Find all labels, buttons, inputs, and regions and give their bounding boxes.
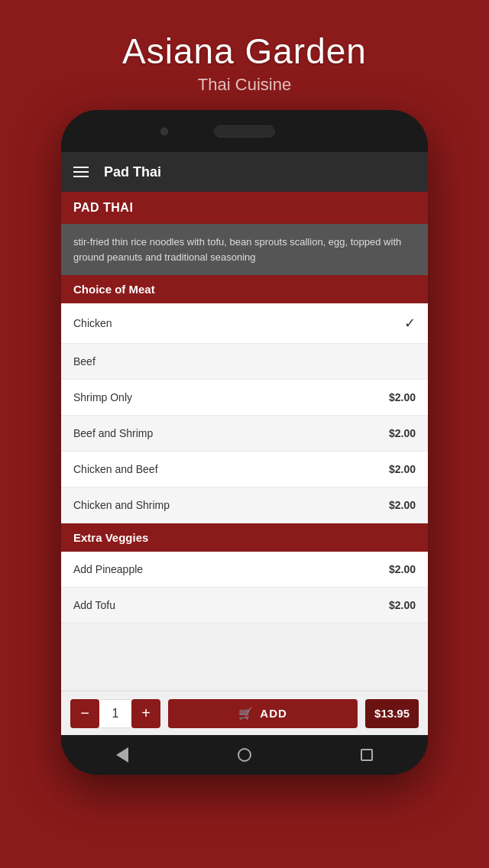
app-toolbar: Pad Thai — [61, 152, 428, 192]
item-description-text: stir-fried thin rice noodles with tofu, … — [73, 235, 416, 264]
option-chicken-beef-price: $2.00 — [389, 463, 416, 475]
meat-options-list: Chicken ✓ Beef Shrimp Only $2.00 Beef an… — [61, 303, 428, 523]
restaurant-header: Asiana Garden Thai Cuisine — [0, 0, 489, 110]
option-chicken-beef[interactable]: Chicken and Beef $2.00 — [61, 452, 428, 487]
home-button[interactable] — [229, 740, 260, 770]
option-pineapple-name: Add Pineapple — [73, 563, 143, 575]
option-chicken-name: Chicken — [73, 317, 112, 329]
option-pineapple[interactable]: Add Pineapple $2.00 — [61, 552, 428, 588]
recents-icon — [361, 749, 373, 761]
toolbar-title: Pad Thai — [104, 164, 161, 180]
add-button-label: ADD — [260, 707, 287, 720]
home-icon — [238, 748, 251, 762]
restaurant-name: Asiana Garden — [15, 31, 474, 72]
phone-shell: Pad Thai PAD THAI stir-fried thin rice n… — [61, 110, 428, 775]
recents-button[interactable] — [351, 740, 382, 770]
quantity-controls: − 1 + — [70, 699, 160, 728]
decrease-quantity-button[interactable]: − — [70, 699, 99, 728]
veggies-options-list: Add Pineapple $2.00 Add Tofu $2.00 — [61, 552, 428, 623]
menu-line-1 — [73, 167, 89, 168]
option-shrimp-only[interactable]: Shrimp Only $2.00 — [61, 380, 428, 416]
option-tofu-price: $2.00 — [389, 599, 416, 611]
item-total-price: $13.95 — [365, 699, 419, 728]
option-chicken-beef-name: Chicken and Beef — [73, 463, 158, 475]
scroll-content[interactable]: PAD THAI stir-fried thin rice noodles wi… — [61, 192, 428, 691]
option-beef-shrimp[interactable]: Beef and Shrimp $2.00 — [61, 416, 428, 452]
option-chicken-check: ✓ — [404, 315, 416, 332]
section-meat-title: Choice of Meat — [73, 283, 416, 296]
cuisine-type: Thai Cuisine — [15, 75, 474, 95]
option-shrimp-name: Shrimp Only — [73, 391, 132, 403]
menu-line-2 — [73, 171, 89, 173]
option-chicken-shrimp-price: $2.00 — [389, 499, 416, 511]
option-chicken-shrimp[interactable]: Chicken and Shrimp $2.00 — [61, 487, 428, 523]
option-beef-name: Beef — [73, 355, 96, 368]
section-header-veggies: Extra Veggies — [61, 523, 428, 552]
option-tofu[interactable]: Add Tofu $2.00 — [61, 588, 428, 623]
option-beef-shrimp-price: $2.00 — [389, 427, 416, 439]
item-title: PAD THAI — [73, 201, 416, 215]
option-tofu-name: Add Tofu — [73, 599, 115, 611]
menu-line-3 — [73, 176, 89, 177]
quantity-display: 1 — [99, 699, 131, 728]
basket-icon: 🛒 — [238, 707, 254, 721]
option-shrimp-price: $2.00 — [389, 391, 416, 403]
option-beef-shrimp-name: Beef and Shrimp — [73, 427, 153, 439]
phone-speaker — [214, 125, 275, 138]
phone-top — [61, 110, 428, 152]
option-beef[interactable]: Beef — [61, 344, 428, 380]
option-pineapple-price: $2.00 — [389, 563, 416, 575]
phone-nav — [61, 735, 428, 775]
phone-camera — [160, 128, 168, 135]
bottom-bar: − 1 + 🛒 ADD $13.95 — [61, 691, 428, 735]
menu-icon[interactable] — [73, 167, 89, 177]
item-description-section: stir-fried thin rice noodles with tofu, … — [61, 224, 428, 275]
item-header-section: PAD THAI — [61, 192, 428, 224]
app-screen: Pad Thai PAD THAI stir-fried thin rice n… — [61, 152, 428, 735]
option-chicken-shrimp-name: Chicken and Shrimp — [73, 499, 170, 511]
increase-quantity-button[interactable]: + — [131, 699, 160, 728]
add-to-cart-button[interactable]: 🛒 ADD — [168, 699, 358, 728]
section-veggies-title: Extra Veggies — [73, 531, 416, 544]
option-chicken[interactable]: Chicken ✓ — [61, 303, 428, 344]
back-icon — [116, 747, 128, 763]
section-header-meat: Choice of Meat — [61, 275, 428, 303]
back-button[interactable] — [107, 740, 138, 770]
